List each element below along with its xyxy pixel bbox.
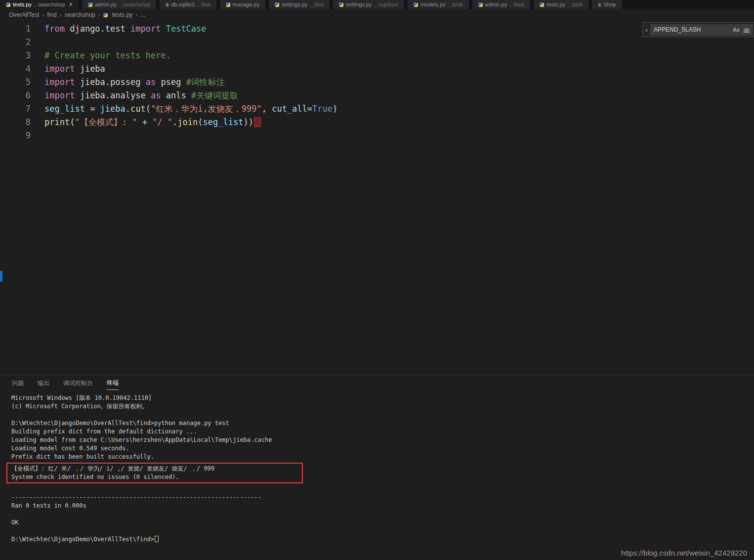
breadcrumb-label: find — [47, 11, 56, 18]
tab-bar: tests.py...\searchshop×admin.py...\searc… — [0, 0, 754, 9]
breadcrumb-item-OverAllTest[interactable]: OverAllTest — [9, 11, 39, 18]
terminal-cursor — [155, 536, 159, 542]
database-icon: ≣ — [598, 2, 601, 7]
tab-admin.py[interactable]: admin.py...\searchshop — [82, 0, 156, 9]
terminal-line — [11, 510, 754, 518]
code-line: 7seg_list = jieba.cut("红米，华为i,发烧友，999", … — [0, 102, 754, 116]
tab-path: ...\blob — [568, 2, 583, 7]
terminal-line: ----------------------------------------… — [11, 493, 754, 502]
breadcrumb-label: ... — [140, 11, 145, 18]
code-token: = — [90, 104, 100, 114]
tab-label: db.sqlite3 — [171, 1, 194, 7]
line-number: 2 — [0, 36, 31, 49]
python-icon — [88, 2, 92, 7]
tab-label: settings.py — [346, 1, 372, 7]
match-case-icon[interactable]: Aa — [731, 26, 741, 33]
tab-Shop[interactable]: ≣Shop — [592, 0, 622, 9]
panel-tab-输出[interactable]: 输出 — [38, 376, 49, 390]
terminal-line: Loading model from cache C:\Users\herzsh… — [11, 436, 754, 444]
code-token: #关键词提取 — [191, 90, 238, 100]
chevron-right-icon: › — [135, 11, 137, 18]
tab-label: admin.py — [485, 1, 507, 7]
tab-tests.py[interactable]: tests.py...\blob — [534, 0, 588, 9]
code-token: import — [130, 24, 166, 34]
python-icon — [540, 2, 544, 7]
tab-tests.py[interactable]: tests.py...\searchshop× — [0, 0, 79, 9]
tab-manage.py[interactable]: manage.py — [220, 0, 265, 9]
code-token: "红米，华为i,发烧友，999" — [151, 104, 262, 114]
chevron-right-icon: › — [42, 11, 44, 18]
code-line: 4import jieba — [0, 62, 754, 76]
find-input[interactable]: APPEND_SLASH Aa ab — [650, 24, 753, 36]
terminal-line: 【全模式】: 红/ 米/ ，/ 华为/ i/ ,/ 发烧/ 发烧友/ 烧友/ ，… — [11, 465, 302, 473]
terminal-line: OK — [11, 518, 754, 527]
tab-settings.py[interactable]: settings.py...\sqldemo — [333, 0, 405, 9]
code-token: ) — [333, 104, 337, 114]
code-token: cut_all — [272, 104, 307, 114]
code-token: seg_list — [44, 104, 90, 114]
tab-settings.py[interactable]: settings.py...\find — [269, 0, 330, 9]
terminal-line: Building prefix dict from the default di… — [11, 428, 754, 436]
breadcrumb-label: searchshop — [65, 11, 95, 18]
terminal-line: Microsoft Windows [版本 10.0.19042.1110] — [11, 394, 754, 402]
code-editor[interactable]: 1from django.test import TestCase23# Cre… — [0, 21, 754, 375]
tab-db.sqlite3[interactable]: ≣db.sqlite3...\find — [160, 0, 216, 9]
code-token: from — [44, 24, 70, 34]
code-area[interactable]: 1from django.test import TestCase23# Cre… — [0, 22, 754, 142]
tab-path: ...\blob — [448, 2, 463, 7]
code-line: 2 — [0, 36, 754, 49]
python-icon — [103, 13, 108, 17]
breadcrumb: OverAllTest›find›searchshop›tests.py›... — [0, 9, 754, 21]
activity-indicator — [0, 271, 2, 282]
code-token: jieba.analyse — [80, 90, 151, 100]
whole-word-icon[interactable]: ab — [742, 26, 751, 33]
terminal-line: D:\Wtechtec\DjangoDemo\OverAllTest\find>… — [11, 419, 754, 428]
code-line: 6import jieba.analyse as anls #关键词提取 — [0, 89, 754, 102]
close-icon[interactable]: × — [69, 1, 73, 8]
breadcrumb-item-...[interactable]: ... — [140, 11, 145, 18]
code-text: import jieba — [44, 62, 105, 76]
code-token: + — [137, 117, 152, 127]
line-number: 1 — [0, 22, 31, 36]
terminal-line — [11, 485, 754, 493]
code-token: import — [44, 90, 80, 100]
tab-admin.py[interactable]: admin.py...\blob — [472, 0, 531, 9]
code-line: 3# Create your tests here. — [0, 49, 754, 62]
code-line: 1from django.test import TestCase — [0, 22, 754, 36]
tab-path: ...\blob — [509, 2, 524, 7]
terminal[interactable]: Microsoft Windows [版本 10.0.19042.1110](c… — [0, 390, 754, 544]
code-text: print("【全模式】: " + "/ ".join(seg_list)) — [44, 116, 261, 129]
terminal-line: Loading model cost 0.549 seconds. — [11, 444, 754, 453]
breadcrumb-item-tests.py[interactable]: tests.py — [103, 11, 132, 18]
vscode-window: tests.py...\searchshop×admin.py...\searc… — [0, 0, 754, 560]
code-token: jieba — [80, 64, 105, 74]
database-icon: ≣ — [166, 2, 168, 7]
code-token: . — [126, 104, 130, 114]
code-token: cut — [130, 104, 146, 114]
panel-tab-调试控制台[interactable]: 调试控制台 — [63, 376, 93, 390]
terminal-line — [11, 527, 754, 535]
chevron-right-icon[interactable]: › — [643, 26, 650, 34]
panel-tab-终端[interactable]: 终端 — [107, 375, 119, 390]
breadcrumb-item-find[interactable]: find — [47, 11, 56, 18]
code-token: import — [44, 77, 80, 87]
python-icon — [478, 2, 483, 7]
find-widget[interactable]: › APPEND_SLASH Aa ab — [642, 22, 754, 37]
tab-path: ...\sqldemo — [374, 2, 398, 7]
python-icon — [275, 2, 279, 7]
terminal-line: Ran 0 tests in 0.000s — [11, 502, 754, 510]
find-query: APPEND_SLASH — [654, 26, 730, 33]
code-text: seg_list = jieba.cut("红米，华为i,发烧友，999", c… — [44, 102, 337, 116]
tab-label: settings.py — [282, 1, 308, 7]
code-token: TestCase — [166, 24, 207, 34]
code-token: import — [44, 64, 80, 74]
code-token: join — [177, 117, 198, 127]
tab-models.py[interactable]: models.py...\blob — [408, 0, 468, 9]
line-number: 9 — [0, 129, 31, 142]
panel-tab-问题[interactable]: 问题 — [12, 376, 24, 390]
breadcrumb-item-searchshop[interactable]: searchshop — [65, 11, 95, 18]
code-text: # Create your tests here. — [44, 49, 171, 62]
code-token: True — [312, 104, 333, 114]
code-token: anls — [166, 90, 191, 100]
code-token: pseg — [161, 77, 186, 87]
